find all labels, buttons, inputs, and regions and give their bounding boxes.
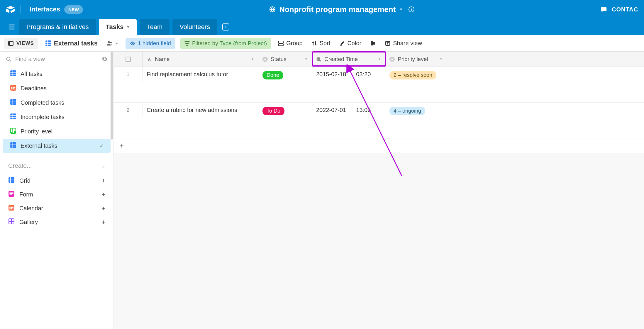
row-height-button[interactable] bbox=[368, 39, 378, 48]
views-button[interactable]: VIEWS bbox=[4, 38, 38, 49]
globe-icon bbox=[269, 6, 276, 13]
sidebar-view-item[interactable]: Completed tasks bbox=[3, 96, 111, 110]
sidebar-view-item[interactable]: Incomplete tasks bbox=[3, 110, 111, 124]
find-view-search[interactable]: Find a view bbox=[0, 52, 113, 67]
cell-status[interactable]: Done bbox=[258, 67, 312, 84]
svg-rect-8 bbox=[9, 41, 10, 45]
grid-header-row: Name ▼ Status ▼ 31 Created Time ▼ Priori… bbox=[114, 52, 644, 67]
calendar-icon bbox=[10, 84, 16, 92]
chevron-down-icon[interactable]: ▼ bbox=[440, 57, 443, 61]
cell-created-time[interactable]: 2015-02-1803:20 bbox=[312, 67, 385, 82]
sidebar-view-item[interactable]: All tasks bbox=[3, 67, 111, 81]
color-button[interactable]: Color bbox=[337, 38, 363, 48]
interfaces-link[interactable]: Interfaces bbox=[30, 6, 60, 13]
sort-icon bbox=[311, 40, 317, 46]
search-placeholder: Find a view bbox=[15, 56, 45, 62]
group-label: Group bbox=[286, 40, 303, 47]
form-icon bbox=[8, 191, 15, 199]
gallery-icon bbox=[8, 218, 15, 226]
view-toolbar: VIEWS External tasks ▼ 1 hidden field Fi… bbox=[0, 35, 644, 52]
logo-icon[interactable] bbox=[6, 6, 15, 13]
create-view-item[interactable]: Calendar+ bbox=[0, 201, 113, 215]
base-title: Nonprofit program management bbox=[279, 5, 396, 14]
sidebar-view-item[interactable]: Priority level bbox=[3, 125, 111, 138]
column-header-name[interactable]: Name ▼ bbox=[143, 52, 258, 67]
create-view-item[interactable]: Grid+ bbox=[0, 174, 113, 188]
chevron-down-icon: ▼ bbox=[115, 42, 118, 45]
sidebar-view-item[interactable]: Deadlines bbox=[3, 82, 111, 95]
top-header: Interfaces NEW Nonprofit program managem… bbox=[0, 0, 644, 19]
select-all-header[interactable] bbox=[114, 52, 143, 67]
svg-rect-27 bbox=[10, 70, 16, 76]
menu-button[interactable] bbox=[6, 19, 18, 35]
plus-icon: + bbox=[120, 142, 124, 150]
chevron-down-icon[interactable]: ▼ bbox=[127, 25, 130, 29]
column-header-status[interactable]: Status ▼ bbox=[258, 52, 312, 67]
svg-rect-65 bbox=[11, 207, 12, 208]
create-view-item[interactable]: Gallery+ bbox=[0, 215, 113, 229]
svg-rect-48 bbox=[13, 128, 14, 133]
column-header-priority[interactable]: Priority level ▼ bbox=[385, 52, 447, 67]
collaborators-button[interactable]: ▼ bbox=[105, 38, 120, 48]
tab-programs[interactable]: Programs & initiatives bbox=[19, 19, 96, 35]
hidden-fields-button[interactable]: 1 hidden field bbox=[126, 38, 175, 49]
chevron-down-icon[interactable]: ▼ bbox=[251, 57, 254, 61]
cell-priority[interactable]: 4 – ongoing bbox=[385, 103, 447, 119]
svg-rect-68 bbox=[11, 208, 12, 209]
share-icon bbox=[385, 40, 391, 46]
sidebar-item-label: All tasks bbox=[21, 71, 42, 77]
contact-link[interactable]: CONTAC bbox=[612, 6, 638, 13]
svg-rect-54 bbox=[9, 177, 14, 183]
plus-icon: + bbox=[101, 177, 105, 185]
column-header-created-time[interactable]: 31 Created Time ▼ bbox=[312, 52, 385, 67]
create-item-label: Form bbox=[19, 191, 33, 198]
filter-button[interactable]: Filtered by Type (from Project) bbox=[180, 38, 271, 49]
kanban-icon bbox=[10, 128, 16, 135]
chat-icon[interactable] bbox=[601, 6, 607, 13]
select-field-icon bbox=[262, 57, 268, 62]
hidden-fields-label: 1 hidden field bbox=[138, 40, 171, 47]
svg-text:31: 31 bbox=[317, 58, 319, 60]
svg-rect-38 bbox=[10, 99, 16, 105]
base-title-group[interactable]: Nonprofit program management ▼ i bbox=[269, 5, 414, 14]
view-switcher[interactable]: External tasks bbox=[43, 38, 99, 49]
column-label: Created Time bbox=[324, 56, 358, 62]
tab-tasks[interactable]: Tasks▼ bbox=[99, 19, 137, 35]
info-icon[interactable]: i bbox=[409, 6, 414, 12]
grid-icon bbox=[10, 99, 16, 107]
share-view-button[interactable]: Share view bbox=[383, 38, 424, 48]
create-view-item[interactable]: Form+ bbox=[0, 188, 113, 201]
chevron-down-icon[interactable]: ▼ bbox=[378, 57, 381, 61]
svg-rect-34 bbox=[13, 87, 13, 88]
cell-status[interactable]: To Do bbox=[258, 103, 312, 119]
svg-rect-19 bbox=[186, 45, 188, 46]
add-table-button[interactable]: + bbox=[220, 19, 232, 35]
column-label: Priority level bbox=[398, 56, 428, 62]
svg-rect-49 bbox=[14, 128, 15, 131]
search-icon bbox=[6, 56, 12, 62]
add-row-button[interactable]: + bbox=[114, 138, 644, 153]
svg-point-25 bbox=[7, 57, 10, 60]
scrollbar[interactable] bbox=[110, 52, 113, 181]
tab-team[interactable]: Team bbox=[140, 19, 170, 35]
group-button[interactable]: Group bbox=[276, 38, 304, 48]
select-field-icon bbox=[389, 57, 395, 62]
cell-name[interactable]: Find replacement calculus tutor bbox=[143, 67, 258, 82]
cell-name[interactable]: Create a rubric for new admissions bbox=[143, 103, 258, 118]
grid-view: Name ▼ Status ▼ 31 Created Time ▼ Priori… bbox=[114, 52, 644, 329]
gear-icon[interactable] bbox=[102, 56, 108, 62]
created-time: 13:06 bbox=[356, 107, 371, 113]
create-section[interactable]: Create... ⌄ bbox=[0, 157, 113, 174]
svg-marker-0 bbox=[6, 6, 15, 9]
column-label: Name bbox=[155, 56, 170, 62]
chevron-down-icon[interactable]: ▼ bbox=[305, 57, 308, 61]
table-row[interactable]: 1 Find replacement calculus tutor Done 2… bbox=[114, 67, 644, 103]
table-row[interactable]: 2 Create a rubric for new admissions To … bbox=[114, 103, 644, 138]
sort-button[interactable]: Sort bbox=[310, 38, 332, 48]
cell-created-time[interactable]: 2022-07-0113:06 bbox=[312, 103, 385, 118]
cell-priority[interactable]: 2 – resolve soon bbox=[385, 67, 447, 84]
sidebar-view-item[interactable]: External tasks✓ bbox=[3, 139, 111, 153]
svg-rect-22 bbox=[371, 41, 373, 45]
status-badge: To Do bbox=[262, 107, 284, 115]
tab-volunteers[interactable]: Volunteers bbox=[172, 19, 217, 35]
